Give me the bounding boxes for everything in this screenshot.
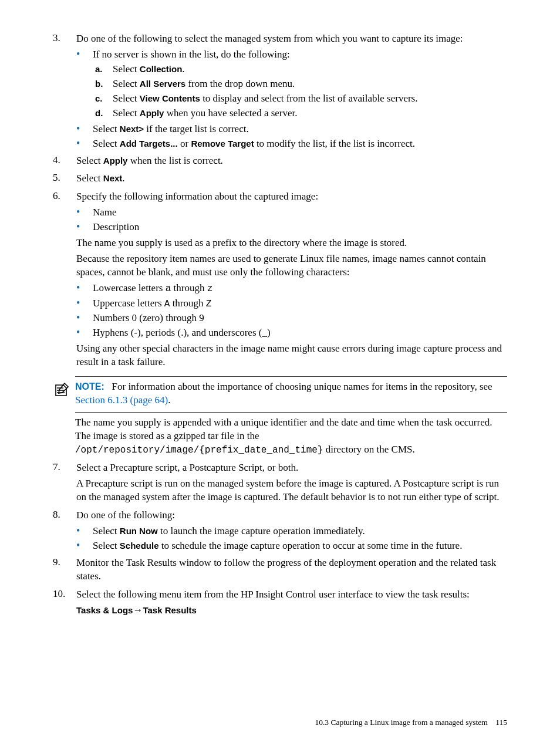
text: or	[178, 138, 191, 149]
numbered-steps: 3. Do one of the following to select the…	[53, 32, 507, 372]
text: Select	[76, 155, 103, 166]
text: Select	[113, 63, 140, 75]
mono-text: a	[166, 283, 171, 294]
bold-text: All Servers	[140, 79, 185, 89]
paragraph: Because the repository item names are us…	[76, 252, 507, 279]
letter-label: c.	[95, 92, 113, 106]
step-body: Do one of the following to select the ma…	[76, 32, 507, 152]
text: to display and select from the list of a…	[200, 93, 418, 104]
text: Select	[93, 138, 120, 149]
text: Select	[76, 173, 103, 184]
bullet-icon: •	[76, 206, 93, 220]
step-number: 3.	[53, 32, 76, 152]
mono-text: z	[207, 283, 213, 294]
bold-text: View Contents	[140, 93, 200, 103]
text: Select	[113, 93, 140, 104]
footer-page: 115	[495, 718, 507, 727]
path-segment: Tasks & Logs	[76, 605, 133, 615]
step-body: Select Next.	[76, 172, 507, 188]
bullet-item: •Numbers 0 (zero) through 9	[76, 312, 507, 325]
bullet-item: •Lowercase letters a through z	[76, 282, 507, 296]
text: Select	[113, 78, 140, 89]
bullet-body: If no server is shown in the list, do th…	[93, 48, 507, 121]
bold-text: Add Targets...	[120, 139, 178, 148]
letter-body: Select Collection.	[113, 63, 507, 76]
letter-body: Select Apply when you have selected a se…	[113, 107, 507, 120]
letter-item: c. Select View Contents to display and s…	[95, 92, 507, 106]
footer-section: 10.3 Capturing a Linux image from a mana…	[315, 718, 487, 727]
text: to schedule the image capture operation …	[158, 540, 462, 551]
bold-text: Apply	[103, 156, 128, 166]
bullet-item: •Description	[76, 221, 507, 234]
step-body: Monitor the Task Results window to follo…	[76, 556, 507, 586]
step-body: Select the following menu item from the …	[76, 588, 507, 620]
note-icon	[53, 380, 75, 407]
bullet-item: •Uppercase letters A through Z	[76, 297, 507, 311]
bullet-icon: •	[76, 539, 93, 553]
text: Select	[93, 540, 120, 551]
letter-body: Select All Servers from the drop down me…	[113, 77, 507, 91]
text: when you have selected a server.	[164, 107, 297, 119]
step-number: 8.	[53, 509, 76, 554]
bullet-text: If no server is shown in the list, do th…	[93, 49, 290, 60]
paragraph: The name you supply is appended with a u…	[75, 416, 507, 457]
step-number: 7.	[53, 461, 76, 507]
paragraph: A Precapture script is run on the manage…	[76, 477, 507, 504]
bold-text: Next>	[120, 124, 144, 134]
text: to modify the list, if the list is incor…	[254, 138, 415, 149]
text: Select	[93, 525, 120, 536]
mono-text: Z	[206, 299, 212, 309]
paragraph: Do one of the following:	[76, 509, 507, 522]
page-footer: 10.3 Capturing a Linux image from a mana…	[53, 718, 507, 727]
bullet-icon: •	[76, 282, 93, 296]
step-body: Select a Precapture script, a Postcaptur…	[76, 461, 507, 507]
bold-text: Remove Target	[191, 139, 254, 148]
bullet-icon: •	[76, 297, 93, 311]
letter-item: d. Select Apply when you have selected a…	[95, 107, 507, 120]
bold-text: Run Now	[120, 526, 158, 536]
bullet-text: Lowercase letters a through z	[93, 282, 507, 296]
paragraph: Using any other special characters in th…	[76, 342, 507, 369]
bullet-item: • Select Next> if the target list is cor…	[76, 123, 507, 136]
divider	[75, 412, 507, 413]
text: .	[182, 63, 184, 75]
bold-text: Apply	[140, 108, 164, 118]
bullet-body: Select Next> if the target list is corre…	[93, 123, 507, 136]
bullet-item: • If no server is shown in the list, do …	[76, 48, 507, 121]
bullet-text: Name	[93, 206, 507, 220]
bold-text: Next	[103, 173, 123, 183]
bold-text: Collection	[140, 64, 183, 74]
text: For information about the importance of …	[112, 381, 492, 392]
step-number: 9.	[53, 556, 76, 586]
bullet-item: •Select Run Now to launch the image capt…	[76, 525, 507, 538]
step-3: 3. Do one of the following to select the…	[53, 32, 507, 152]
bullet-icon: •	[76, 326, 93, 340]
bullet-text: Hyphens (-), periods (.), and underscore…	[93, 326, 507, 340]
text: directory on the CMS.	[323, 444, 414, 455]
step-text: Specify the following information about …	[76, 190, 507, 204]
text: to launch the image capture operation im…	[158, 525, 365, 536]
note-block: NOTE: For information about the importan…	[53, 380, 507, 407]
letter-label: b.	[95, 77, 113, 91]
text: through	[170, 298, 205, 309]
bold-text: Schedule	[120, 541, 159, 551]
text: through	[171, 282, 207, 293]
mono-text: A	[164, 299, 170, 309]
letter-label: a.	[95, 63, 113, 76]
bullet-icon: •	[76, 123, 93, 136]
link[interactable]: Section 6.1.3 (page 64)	[75, 394, 168, 406]
bullet-icon: •	[76, 48, 93, 121]
bullet-text: Uppercase letters A through Z	[93, 297, 507, 311]
step-body: Do one of the following: •Select Run Now…	[76, 509, 507, 554]
letter-item: b. Select All Servers from the drop down…	[95, 77, 507, 91]
step-6: 6. Specify the following information abo…	[53, 190, 507, 372]
paragraph: Select the following menu item from the …	[76, 588, 507, 602]
mono-text: /opt/repository/image/{prefix_date_and_t…	[75, 445, 323, 455]
bullet-item: •Hyphens (-), periods (.), and underscor…	[76, 326, 507, 340]
step-8: 8. Do one of the following: •Select Run …	[53, 509, 507, 554]
bullet-icon: •	[76, 137, 93, 151]
paragraph: The name you supply is used as a prefix …	[76, 237, 507, 250]
bullet-body: Select Add Targets... or Remove Target t…	[93, 137, 507, 151]
bullet-text: Numbers 0 (zero) through 9	[93, 312, 507, 325]
bullet-icon: •	[76, 312, 93, 325]
